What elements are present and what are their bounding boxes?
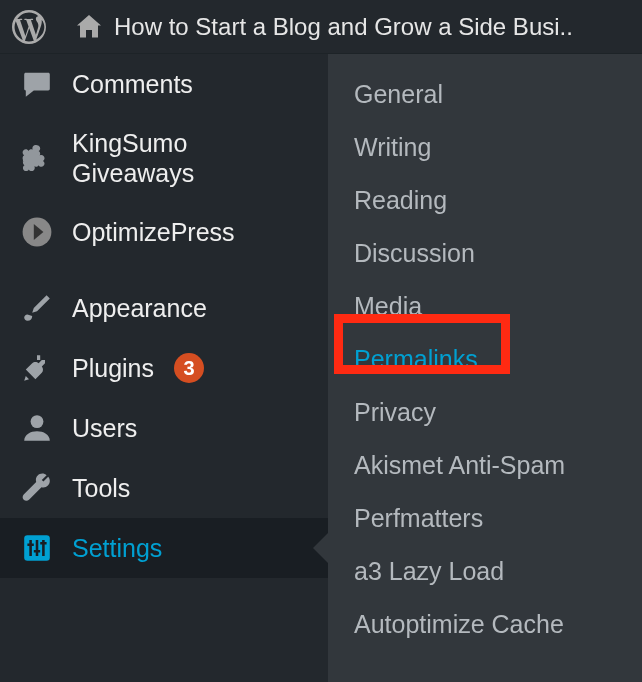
submenu-item-media[interactable]: Media bbox=[328, 280, 642, 333]
menu-label: Users bbox=[72, 414, 137, 443]
update-count-badge: 3 bbox=[174, 353, 204, 383]
menu-label: Tools bbox=[72, 474, 130, 503]
plug-icon bbox=[18, 352, 56, 384]
submenu-item-a3lazyload[interactable]: a3 Lazy Load bbox=[328, 545, 642, 598]
sidebar-item-plugins[interactable]: Plugins 3 bbox=[0, 338, 328, 398]
sidebar-item-settings[interactable]: Settings bbox=[0, 518, 328, 578]
sidebar-item-appearance[interactable]: Appearance bbox=[0, 278, 328, 338]
brush-icon bbox=[18, 292, 56, 324]
submenu-item-reading[interactable]: Reading bbox=[328, 174, 642, 227]
menu-label: Plugins bbox=[72, 354, 154, 383]
optimizepress-icon bbox=[18, 216, 56, 248]
menu-label: Comments bbox=[72, 70, 193, 99]
settings-submenu: General Writing Reading Discussion Media… bbox=[328, 54, 642, 682]
submenu-item-autoptimize[interactable]: Autoptimize Cache bbox=[328, 598, 642, 651]
submenu-item-akismet[interactable]: Akismet Anti-Spam bbox=[328, 439, 642, 492]
wordpress-logo-icon[interactable] bbox=[12, 10, 46, 44]
submenu-item-writing[interactable]: Writing bbox=[328, 121, 642, 174]
sidebar-item-users[interactable]: Users bbox=[0, 398, 328, 458]
clover-icon bbox=[18, 142, 56, 174]
sidebar-item-comments[interactable]: Comments bbox=[0, 54, 328, 114]
site-title: How to Start a Blog and Grow a Side Busi… bbox=[114, 13, 573, 41]
submenu-item-privacy[interactable]: Privacy bbox=[328, 386, 642, 439]
sidebar-item-tools[interactable]: Tools bbox=[0, 458, 328, 518]
submenu-item-discussion[interactable]: Discussion bbox=[328, 227, 642, 280]
submenu-item-permalinks[interactable]: Permalinks bbox=[328, 333, 642, 386]
submenu-item-general[interactable]: General bbox=[328, 68, 642, 121]
sliders-icon bbox=[18, 532, 56, 564]
menu-label: OptimizePress bbox=[72, 218, 235, 247]
sidebar-item-optimizepress[interactable]: OptimizePress bbox=[0, 202, 328, 262]
menu-label: KingSumo Giveaways bbox=[72, 128, 282, 188]
sidebar-item-kingsumo[interactable]: KingSumo Giveaways bbox=[0, 114, 328, 202]
menu-label: Appearance bbox=[72, 294, 207, 323]
svg-point-1 bbox=[31, 415, 44, 428]
user-icon bbox=[18, 412, 56, 444]
menu-label: Settings bbox=[72, 534, 162, 563]
wrench-icon bbox=[18, 472, 56, 504]
site-home-link[interactable]: How to Start a Blog and Grow a Side Busi… bbox=[74, 12, 573, 42]
admin-sidebar: Comments KingSumo Giveaways OptimizePres… bbox=[0, 54, 328, 682]
admin-topbar: How to Start a Blog and Grow a Side Busi… bbox=[0, 0, 642, 54]
home-icon bbox=[74, 12, 104, 42]
comment-icon bbox=[18, 68, 56, 100]
submenu-item-perfmatters[interactable]: Perfmatters bbox=[328, 492, 642, 545]
